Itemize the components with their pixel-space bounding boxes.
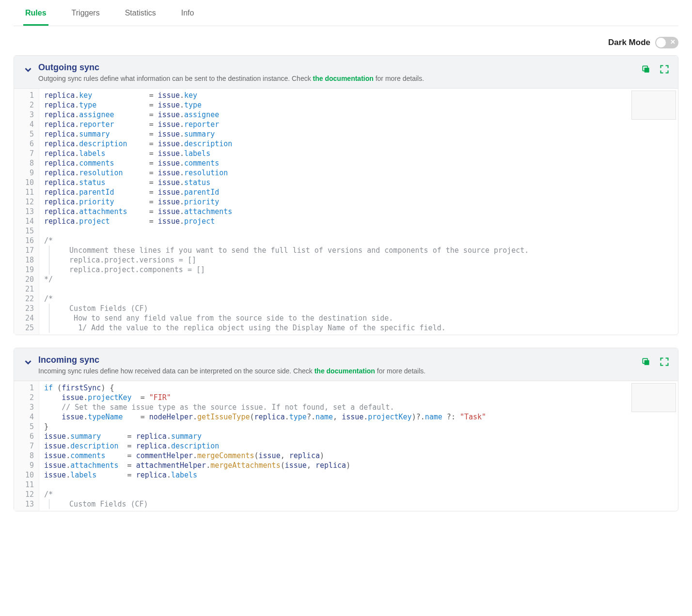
incoming-code[interactable]: if (firstSync) { issue.projectKey = "FIR…: [39, 381, 678, 511]
darkmode-row: Dark Mode ✕: [14, 37, 678, 48]
incoming-panel: Incoming sync Incoming sync rules define…: [14, 348, 678, 511]
outgoing-doc-link[interactable]: the documentation: [313, 75, 374, 82]
copy-icon[interactable]: [641, 357, 651, 369]
tab-triggers[interactable]: Triggers: [70, 2, 102, 26]
incoming-gutter: 12345678910111213: [14, 381, 39, 511]
outgoing-gutter: 1234567891011121314151617181920212223242…: [14, 89, 39, 335]
outgoing-code[interactable]: replica.key = issue.keyreplica.type = is…: [39, 89, 678, 335]
svg-rect-0: [645, 68, 649, 73]
tab-rules[interactable]: Rules: [23, 2, 48, 26]
minimap[interactable]: [631, 91, 676, 120]
chevron-down-icon[interactable]: [23, 357, 33, 370]
close-icon: ✕: [670, 38, 676, 46]
incoming-editor[interactable]: 12345678910111213 if (firstSync) { issue…: [14, 381, 678, 511]
toggle-knob: [656, 38, 666, 47]
darkmode-label: Dark Mode: [608, 38, 650, 47]
outgoing-desc: Outgoing sync rules define what informat…: [38, 75, 641, 82]
incoming-title: Incoming sync: [38, 355, 641, 365]
expand-icon[interactable]: [660, 64, 669, 76]
darkmode-toggle[interactable]: ✕: [655, 37, 678, 48]
chevron-down-icon[interactable]: [23, 64, 33, 77]
outgoing-editor[interactable]: 1234567891011121314151617181920212223242…: [14, 89, 678, 335]
tab-statistics[interactable]: Statistics: [123, 2, 158, 26]
minimap[interactable]: [631, 383, 676, 412]
expand-icon[interactable]: [660, 357, 669, 369]
outgoing-panel: Outgoing sync Outgoing sync rules define…: [14, 55, 678, 335]
tab-info[interactable]: Info: [179, 2, 196, 26]
outgoing-title: Outgoing sync: [38, 62, 641, 73]
incoming-desc: Incoming sync rules define how received …: [38, 367, 641, 375]
copy-icon[interactable]: [641, 64, 651, 76]
outgoing-panel-header: Outgoing sync Outgoing sync rules define…: [14, 56, 678, 89]
svg-rect-2: [645, 360, 649, 365]
incoming-doc-link[interactable]: the documentation: [315, 367, 375, 375]
tab-bar: RulesTriggersStatisticsInfo: [14, 2, 678, 26]
incoming-panel-header: Incoming sync Incoming sync rules define…: [14, 348, 678, 381]
